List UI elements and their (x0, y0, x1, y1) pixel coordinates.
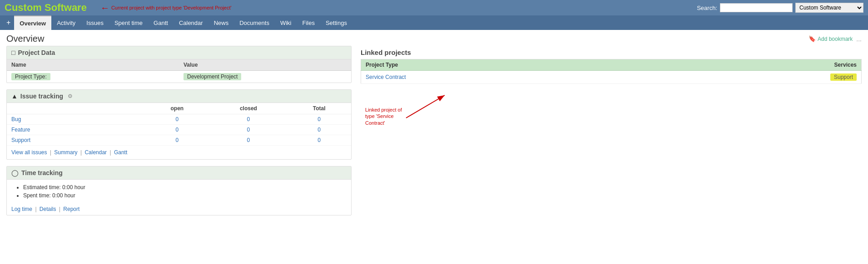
issue-tracking-section: ▲ Issue tracking ⚙ open closed Total (6, 89, 352, 160)
feature-total-count[interactable]: 0 (317, 127, 321, 133)
page-header: Overview 🔖 Add bookmark ... (0, 30, 868, 46)
linked-type: Service Contract (361, 71, 652, 84)
service-contract-link[interactable]: Service Contract (366, 74, 406, 80)
details-link[interactable]: Details (40, 206, 56, 212)
more-options-button[interactable]: ... (856, 35, 862, 43)
bug-total-count[interactable]: 0 (317, 116, 321, 122)
log-time-link[interactable]: Log time (11, 206, 32, 212)
issue-col-closed: closed (209, 103, 287, 114)
feature-link[interactable]: Feature (11, 127, 30, 133)
row-value: Development Project (179, 71, 351, 83)
time-tracking-icon: ◯ (11, 169, 19, 176)
nav-item-wiki[interactable]: Wiki (275, 15, 297, 30)
feature-open-count[interactable]: 0 (175, 127, 179, 133)
support-open-count[interactable]: 0 (175, 137, 179, 143)
bug-link[interactable]: Bug (11, 116, 21, 122)
table-row: Feature 0 0 0 (7, 125, 351, 135)
bug-open-count[interactable]: 0 (175, 116, 179, 122)
feature-closed-count[interactable]: 0 (247, 127, 250, 133)
time-tracking-body: Estimated time: 0:00 hour Spent time: 0:… (7, 180, 351, 203)
separator: | (35, 206, 38, 212)
linked-col-services: Services (652, 59, 862, 71)
issue-type-support: Support (7, 135, 144, 146)
gantt-link[interactable]: Gantt (114, 149, 127, 156)
annotation-arrow-icon: ← (100, 3, 109, 13)
summary-link[interactable]: Summary (54, 149, 77, 156)
separator: | (50, 149, 53, 156)
svg-line-1 (406, 95, 445, 118)
support-badge: Support (830, 73, 857, 81)
main-content: □ Project Data Name Value Project Type (0, 46, 868, 228)
nav-item-activity[interactable]: Activity (51, 15, 81, 30)
bookmark-icon: 🔖 (808, 35, 816, 42)
issue-tracking-header: ▲ Issue tracking ⚙ (7, 90, 351, 103)
project-data-header: □ Project Data (7, 46, 351, 59)
support-open: 0 (144, 135, 209, 146)
view-all-issues-link[interactable]: View all issues (11, 149, 47, 156)
project-data-table: Name Value Project Type: Development Pro… (7, 59, 351, 83)
issue-table: open closed Total Bug 0 0 0 (7, 103, 351, 146)
linked-annotation: Linked project of type 'Service Contract… (361, 86, 862, 141)
top-bar-right: Search: Custom Software (697, 3, 863, 13)
search-input[interactable] (720, 3, 793, 12)
nav-item-settings[interactable]: Settings (320, 15, 352, 30)
support-closed-count[interactable]: 0 (247, 137, 250, 143)
nav-plus-button[interactable]: + (3, 15, 14, 30)
report-link[interactable]: Report (63, 206, 79, 212)
left-panel: □ Project Data Name Value Project Type (6, 46, 352, 222)
col-name: Name (7, 59, 179, 71)
annotation-text: Linked project of type 'Service Contract… (365, 107, 406, 126)
row-name: Project Type: (7, 71, 179, 83)
issue-type-feature: Feature (7, 125, 144, 135)
project-data-title: Project Data (18, 49, 55, 56)
project-select[interactable]: Custom Software (795, 3, 863, 13)
separator: | (109, 149, 112, 156)
issue-tracking-title: Issue tracking (20, 93, 63, 100)
project-type-label-badge: Project Type: (11, 73, 50, 80)
page-title: Overview (6, 34, 44, 44)
bug-open: 0 (144, 114, 209, 125)
calendar-link[interactable]: Calendar (84, 149, 107, 156)
table-row: Service Contract Support (361, 71, 862, 84)
nav-item-overview[interactable]: Overview (14, 15, 51, 30)
right-panel: Linked projects Project Type Services Se… (352, 46, 862, 222)
nav-item-files[interactable]: Files (297, 15, 320, 30)
table-row: Project Type: Development Project (7, 71, 351, 83)
issue-col-type (7, 103, 144, 114)
linked-col-project-type: Project Type (361, 59, 652, 71)
table-row: Support 0 0 0 (7, 135, 351, 146)
linked-services: Support (652, 71, 862, 84)
add-bookmark-button[interactable]: Add bookmark (818, 36, 853, 42)
separator: | (59, 206, 62, 212)
linked-projects-title: Linked projects (361, 49, 411, 56)
time-tracking-title: Time tracking (21, 169, 63, 176)
nav-item-gantt[interactable]: Gantt (148, 15, 174, 30)
nav-item-documents[interactable]: Documents (234, 15, 275, 30)
time-tracking-footer: Log time | Details | Report (7, 203, 351, 215)
separator: | (80, 149, 83, 156)
bug-closed: 0 (209, 114, 287, 125)
support-total-count[interactable]: 0 (317, 137, 321, 143)
linked-projects-header: Linked projects (361, 46, 862, 59)
header-annotation: ← Current project with project type 'Dev… (100, 3, 232, 13)
support-link[interactable]: Support (11, 137, 30, 143)
project-data-section: □ Project Data Name Value Project Type (6, 46, 352, 83)
issue-settings-icon[interactable]: ⚙ (68, 93, 73, 99)
bug-closed-count[interactable]: 0 (247, 116, 250, 122)
feature-total: 0 (287, 125, 351, 135)
nav-item-calendar[interactable]: Calendar (174, 15, 208, 30)
project-type-value-badge: Development Project (184, 73, 241, 80)
project-title[interactable]: Custom Software (5, 2, 87, 14)
support-total: 0 (287, 135, 351, 146)
support-closed: 0 (209, 135, 287, 146)
spent-time: Spent time: 0:00 hour (23, 192, 347, 199)
nav-item-issues[interactable]: Issues (81, 15, 109, 30)
top-bar: Custom Software ← Current project with p… (0, 0, 868, 15)
nav-item-spent-time[interactable]: Spent time (109, 15, 148, 30)
feature-open: 0 (144, 125, 209, 135)
linked-projects-section: Linked projects Project Type Services Se… (361, 46, 862, 141)
linked-projects-table: Project Type Services Service Contract S… (361, 59, 862, 84)
table-row: Bug 0 0 0 (7, 114, 351, 125)
nav-item-news[interactable]: News (208, 15, 234, 30)
navbar: + Overview Activity Issues Spent time Ga… (0, 15, 868, 30)
